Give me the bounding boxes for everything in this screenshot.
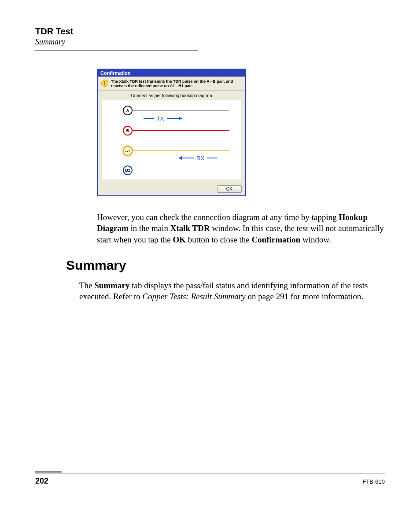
hookup-diagram: A B TX A1 B1 RX [101,100,242,180]
warning-icon: ! [101,80,108,87]
wire-b1 [133,170,229,170]
paragraph-2: The Summary tab displays the pass/fail s… [79,280,385,302]
tx-label: TX [144,115,182,122]
page-footer: 202 FTB-610 [35,471,385,486]
footer-model: FTB-610 [362,478,385,485]
page-number: 202 [35,477,48,486]
node-b: B [123,126,133,136]
wire-b [133,130,229,131]
dialog-title: Confirmation [98,70,245,77]
confirmation-dialog: Confirmation ! The Xtalk TDR test transm… [97,69,246,196]
rx-label: RX [179,155,217,161]
header-subtitle: Summary [35,37,385,47]
section-heading-summary: Summary [66,258,385,273]
wire-a1 [133,150,229,151]
node-b1: B1 [123,165,133,175]
header-rule [35,50,198,51]
node-a1: A1 [123,146,133,156]
dialog-info-text: The Xtalk TDR test transmits the TDR pul… [111,79,242,88]
node-a: A [123,106,133,115]
paragraph-1: However, you can check the connection di… [97,212,385,246]
ok-button[interactable]: OK [217,185,242,193]
wire-a [133,110,229,110]
header-title: TDR Test [35,26,385,37]
dialog-instruction: Connect as per following hookup diagram [98,91,245,100]
